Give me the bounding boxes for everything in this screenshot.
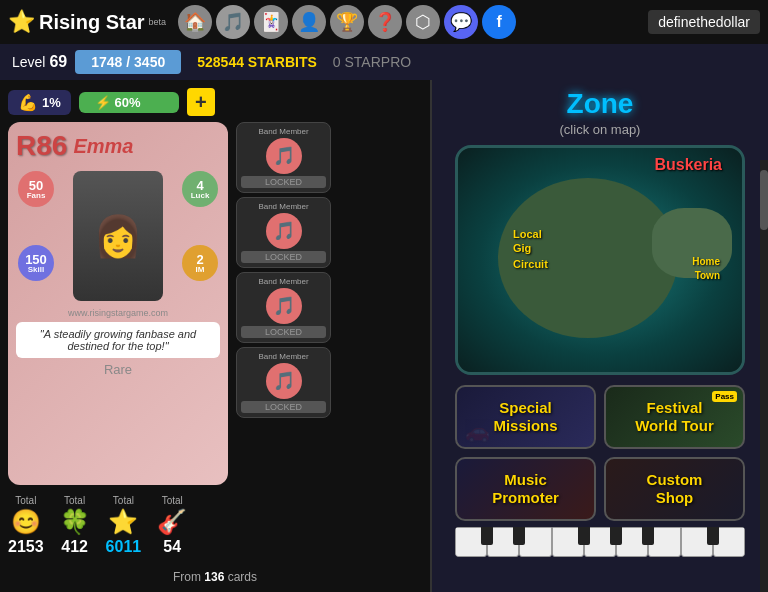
im-badge: 2 IM bbox=[182, 245, 218, 281]
band-member-slot-3[interactable]: Band Member 🎵 LOCKED bbox=[236, 272, 331, 343]
boost-icon: ⚡ bbox=[95, 95, 111, 110]
total-skill: Total ⭐ 6011 bbox=[106, 495, 142, 556]
xp-bar: 1748 / 3450 bbox=[75, 50, 181, 74]
total-fans: Total 😊 2153 bbox=[8, 495, 44, 556]
skill-total-value: 6011 bbox=[106, 538, 142, 556]
fans-badge: 50 Fans bbox=[18, 171, 54, 207]
card-band-area: R86 Emma 50 Fans 4 Luck 👩 bbox=[8, 122, 422, 485]
band-member-slot-2[interactable]: Band Member 🎵 LOCKED bbox=[236, 197, 331, 268]
festival-world-tour-label: FestivalWorld Tour bbox=[635, 399, 714, 435]
level-bar: Level 69 1748 / 3450 528544 STARBITS 0 S… bbox=[0, 44, 768, 80]
total-im-label: Total bbox=[162, 495, 183, 506]
band-label-1: Band Member bbox=[258, 127, 308, 136]
total-fans-label: Total bbox=[15, 495, 36, 506]
trophy-nav-icon[interactable]: 🏆 bbox=[330, 5, 364, 39]
home-nav-icon[interactable]: 🏠 bbox=[178, 5, 212, 39]
band-label-2: Band Member bbox=[258, 202, 308, 211]
left-panel: 💪 1% ⚡ 60% + R86 Emma 50 Fans bbox=[0, 80, 430, 592]
card-character: 👩 bbox=[73, 171, 163, 301]
main-content: 💪 1% ⚡ 60% + R86 Emma 50 Fans bbox=[0, 80, 768, 592]
plus-button[interactable]: + bbox=[187, 88, 215, 116]
logo: ⭐ Rising Star beta bbox=[8, 9, 166, 35]
music-nav-icon[interactable]: 🎵 bbox=[216, 5, 250, 39]
music-promoter-button[interactable]: MusicPromoter bbox=[455, 457, 596, 521]
im-total-value: 54 bbox=[163, 538, 181, 556]
star-icon: ⭐ bbox=[8, 9, 35, 35]
festival-world-tour-button[interactable]: Pass FestivalWorld Tour bbox=[604, 385, 745, 449]
special-deco-icon: 🚗 bbox=[465, 419, 490, 443]
locked-bar-3: LOCKED bbox=[241, 326, 326, 338]
cards-nav-icon[interactable]: 🃏 bbox=[254, 5, 288, 39]
luck-badge: 4 Luck bbox=[182, 171, 218, 207]
scrollbar-thumb bbox=[760, 170, 768, 230]
level-value: 69 bbox=[49, 53, 67, 71]
home-label[interactable]: Home bbox=[692, 256, 720, 267]
band-icon-3: 🎵 bbox=[266, 288, 302, 324]
town-label[interactable]: Town bbox=[695, 270, 720, 281]
card-quote: "A steadily growing fanbase and destined… bbox=[16, 322, 220, 358]
from-cards-text: From 136 cards bbox=[8, 570, 422, 584]
gig-label[interactable]: Gig bbox=[513, 242, 531, 254]
band-members-panel: Band Member 🎵 LOCKED Band Member 🎵 LOCKE… bbox=[236, 122, 331, 485]
totals-row: Total 😊 2153 Total 🍀 412 Total ⭐ 6011 To… bbox=[8, 491, 422, 560]
cards-count: 136 bbox=[204, 570, 224, 584]
special-missions-button[interactable]: 🚗 SpecialMissions bbox=[455, 385, 596, 449]
username-display: definethedollar bbox=[648, 10, 760, 34]
starbits-display: 528544 STARBITS bbox=[197, 54, 317, 70]
card-rarity: Rare bbox=[16, 362, 220, 377]
band-label-4: Band Member bbox=[258, 352, 308, 361]
locked-bar-1: LOCKED bbox=[241, 176, 326, 188]
stats-row: 💪 1% ⚡ 60% + bbox=[8, 88, 422, 116]
band-icon-1: 🎵 bbox=[266, 138, 302, 174]
custom-shop-button[interactable]: CustomShop bbox=[604, 457, 745, 521]
discord-nav-icon[interactable]: 💬 bbox=[444, 5, 478, 39]
level-label: Level bbox=[12, 54, 45, 70]
band-member-slot-1[interactable]: Band Member 🎵 LOCKED bbox=[236, 122, 331, 193]
card-name: Emma bbox=[73, 135, 133, 158]
circuit-label[interactable]: Circuit bbox=[513, 258, 548, 270]
luck-total-icon: 🍀 bbox=[60, 508, 90, 536]
luck-total-value: 412 bbox=[61, 538, 88, 556]
festival-pass-badge: Pass bbox=[712, 391, 737, 402]
piano-decoration bbox=[455, 527, 745, 557]
right-scrollbar[interactable] bbox=[760, 160, 768, 592]
top-navigation: ⭐ Rising Star beta 🏠 🎵 🃏 👤 🏆 ❓ ⬡ 💬 f def… bbox=[0, 0, 768, 44]
energy-value: 1% bbox=[42, 95, 61, 110]
total-luck-label: Total bbox=[64, 495, 85, 506]
total-luck: Total 🍀 412 bbox=[60, 495, 90, 556]
map-land-small bbox=[652, 208, 732, 278]
starpro-display: 0 STARPRO bbox=[333, 54, 411, 70]
fans-total-icon: 😊 bbox=[11, 508, 41, 536]
special-missions-label: SpecialMissions bbox=[493, 399, 557, 435]
card-header: R86 Emma bbox=[16, 130, 220, 162]
band-label-3: Band Member bbox=[258, 277, 308, 286]
boost-value: 60% bbox=[114, 95, 140, 110]
card-website: www.risingstargame.com bbox=[16, 308, 220, 318]
hive-nav-icon[interactable]: ⬡ bbox=[406, 5, 440, 39]
person-nav-icon[interactable]: 👤 bbox=[292, 5, 326, 39]
total-im: Total 🎸 54 bbox=[157, 495, 187, 556]
custom-shop-label: CustomShop bbox=[647, 471, 703, 507]
total-skill-label: Total bbox=[113, 495, 134, 506]
buskeria-label[interactable]: Buskeria bbox=[654, 156, 722, 174]
boost-bar: ⚡ 60% bbox=[79, 92, 179, 113]
zone-title: Zone bbox=[567, 88, 634, 120]
local-label[interactable]: Local bbox=[513, 228, 542, 240]
music-promoter-label: MusicPromoter bbox=[492, 471, 559, 507]
band-icon-4: 🎵 bbox=[266, 363, 302, 399]
energy-stat: 💪 1% bbox=[8, 90, 71, 115]
band-member-slot-4[interactable]: Band Member 🎵 LOCKED bbox=[236, 347, 331, 418]
facebook-nav-icon[interactable]: f bbox=[482, 5, 516, 39]
beta-label: beta bbox=[149, 17, 167, 27]
locked-bar-4: LOCKED bbox=[241, 401, 326, 413]
zone-map[interactable]: Buskeria Local Gig Circuit Home Town bbox=[455, 145, 745, 375]
question-nav-icon[interactable]: ❓ bbox=[368, 5, 402, 39]
right-panel: Zone (click on map) Buskeria Local Gig C… bbox=[430, 80, 768, 592]
map-background: Buskeria Local Gig Circuit Home Town bbox=[458, 148, 742, 372]
card-image-area: 50 Fans 4 Luck 👩 150 Skill bbox=[16, 166, 220, 306]
im-total-icon: 🎸 bbox=[157, 508, 187, 536]
energy-icon: 💪 bbox=[18, 93, 38, 112]
player-card: R86 Emma 50 Fans 4 Luck 👩 bbox=[8, 122, 228, 485]
skill-total-icon: ⭐ bbox=[108, 508, 138, 536]
action-buttons: 🚗 SpecialMissions Pass FestivalWorld Tou… bbox=[455, 385, 745, 521]
